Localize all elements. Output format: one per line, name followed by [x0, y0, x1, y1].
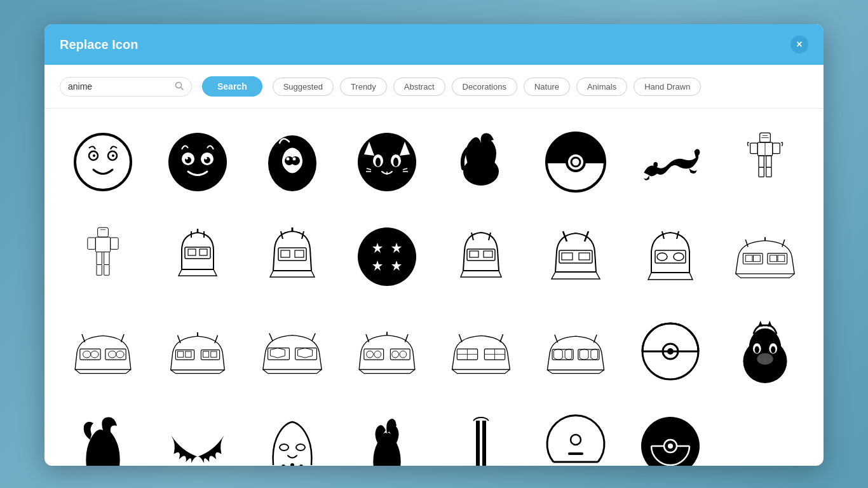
svg-rect-93: [770, 255, 776, 262]
icon-gundam-head-3[interactable]: [438, 214, 525, 301]
svg-line-77: [471, 233, 473, 240]
svg-rect-48: [98, 227, 109, 237]
svg-point-5: [93, 154, 95, 157]
svg-line-120: [312, 333, 315, 341]
svg-rect-56: [104, 265, 109, 276]
svg-rect-110: [203, 351, 209, 357]
icon-pokeball-small[interactable]: [627, 308, 714, 395]
svg-point-150: [754, 346, 759, 353]
svg-rect-63: [278, 248, 306, 261]
svg-point-24: [376, 158, 381, 166]
svg-rect-45: [766, 156, 771, 167]
icon-anime-face-3[interactable]: [249, 119, 336, 206]
svg-line-140: [555, 335, 558, 342]
modal-title: Replace Icon: [60, 37, 138, 52]
icon-gundam-wide-6[interactable]: [438, 308, 525, 395]
svg-rect-58: [188, 249, 196, 255]
svg-rect-109: [186, 351, 191, 357]
icon-gundam-wide-3[interactable]: [154, 308, 241, 395]
icon-anime-face-1[interactable]: [60, 119, 147, 206]
svg-rect-42: [750, 143, 757, 154]
svg-marker-118: [297, 348, 312, 357]
svg-point-124: [374, 351, 381, 358]
svg-line-137: [500, 334, 503, 342]
svg-rect-121: [363, 349, 383, 360]
svg-point-35: [571, 158, 580, 166]
icon-goku-hair-2[interactable]: [60, 402, 147, 466]
svg-rect-59: [200, 249, 207, 255]
filter-tags: Suggested Trendy Abstract Decorations Na…: [273, 78, 702, 96]
icon-totoro[interactable]: [721, 308, 808, 395]
svg-rect-81: [579, 253, 590, 260]
close-button[interactable]: ×: [790, 36, 808, 53]
icon-gundam-wide-2[interactable]: [60, 308, 147, 395]
svg-rect-89: [743, 254, 763, 264]
icon-anime-bars[interactable]: [438, 402, 525, 466]
svg-line-104: [82, 334, 85, 342]
svg-line-1: [181, 87, 184, 90]
svg-line-78: [489, 233, 491, 240]
svg-line-105: [121, 334, 125, 342]
svg-point-100: [83, 351, 91, 358]
icon-gundam-full-1[interactable]: [721, 119, 808, 206]
svg-marker-156: [758, 321, 763, 327]
icon-anime-face-2[interactable]: [154, 119, 241, 206]
svg-rect-94: [778, 255, 785, 262]
icon-gundam-wide-1[interactable]: [721, 214, 808, 301]
svg-point-145: [667, 348, 674, 355]
svg-point-16: [291, 156, 300, 165]
modal-toolbar: Search Suggested Trendy Abstract Decorat…: [44, 65, 824, 109]
search-button[interactable]: Search: [202, 76, 262, 97]
filter-hand-drawn[interactable]: Hand Drawn: [634, 78, 701, 96]
icon-anime-cat-face[interactable]: [343, 119, 430, 206]
icon-anime-ball-dark[interactable]: [627, 402, 714, 466]
icon-gundam-full-2[interactable]: [60, 214, 147, 301]
svg-rect-122: [390, 349, 410, 360]
icon-anime-wolf[interactable]: [627, 119, 714, 206]
replace-icon-modal: Replace Icon × Search Suggested Trendy A…: [44, 24, 824, 466]
svg-rect-54: [104, 252, 109, 265]
svg-point-19: [358, 133, 416, 191]
svg-rect-80: [562, 253, 573, 260]
svg-rect-167: [568, 452, 583, 455]
svg-rect-84: [655, 250, 686, 263]
filter-nature[interactable]: Nature: [524, 78, 570, 96]
icon-gundam-wide-7[interactable]: [532, 308, 620, 395]
svg-point-153: [757, 358, 761, 362]
icon-gundam-wide-5[interactable]: [343, 308, 430, 395]
svg-point-102: [109, 351, 116, 358]
icon-gundam-wide-4[interactable]: [249, 308, 336, 395]
svg-marker-117: [270, 348, 285, 357]
icon-partial-circle[interactable]: [532, 402, 620, 466]
svg-point-69: [358, 227, 416, 286]
search-input[interactable]: [68, 81, 170, 92]
search-icon: [175, 81, 184, 92]
svg-rect-52: [111, 238, 118, 249]
svg-rect-90: [767, 254, 787, 264]
svg-point-123: [366, 351, 373, 358]
icon-fire-hair[interactable]: [343, 402, 430, 466]
icon-goku-hair[interactable]: [438, 119, 525, 206]
filter-suggested[interactable]: Suggested: [273, 78, 334, 96]
filter-decorations[interactable]: Decorations: [452, 78, 517, 96]
filter-trendy[interactable]: Trendy: [340, 78, 387, 96]
filter-animals[interactable]: Animals: [576, 78, 627, 96]
svg-point-160: [299, 464, 303, 466]
icon-pokeball[interactable]: [532, 119, 620, 206]
svg-point-166: [571, 435, 581, 445]
svg-point-125: [391, 351, 398, 358]
icon-anime-wing[interactable]: [154, 402, 241, 466]
svg-point-154: [763, 360, 766, 363]
icons-grid: [60, 119, 808, 466]
icon-gundam-head-4[interactable]: [532, 214, 620, 301]
svg-rect-50: [96, 237, 111, 252]
filter-abstract[interactable]: Abstract: [393, 78, 445, 96]
icon-anime-head-dots[interactable]: [249, 402, 336, 466]
svg-point-161: [280, 444, 288, 451]
svg-point-103: [116, 351, 124, 358]
icon-gundam-head-2[interactable]: [249, 214, 336, 301]
icon-dragonball-4star[interactable]: [343, 214, 430, 301]
icon-gundam-head-1[interactable]: [154, 214, 241, 301]
icon-gundam-head-5[interactable]: [627, 214, 714, 301]
svg-rect-65: [295, 250, 304, 257]
